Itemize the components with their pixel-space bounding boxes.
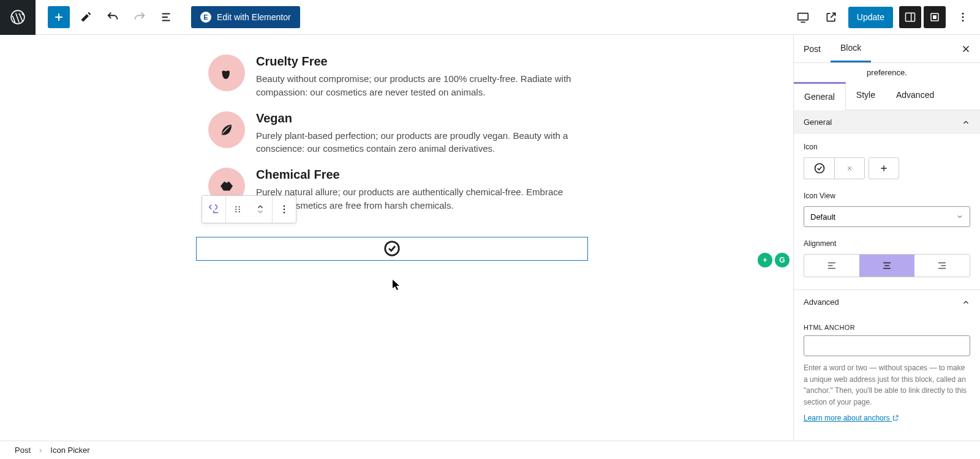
toolbar-left-group [48,6,178,28]
sidebar-toggle-icon[interactable] [899,6,921,28]
update-button[interactable]: Update [848,7,893,28]
top-toolbar: E Edit with Elementor Update [0,0,980,35]
section-advanced-header[interactable]: Advanced [794,289,980,314]
anchor-help-text: Enter a word or two — without spaces — t… [804,362,970,408]
badge-g-icon[interactable]: G [775,253,790,267]
block-floating-toolbar [202,195,296,223]
chevron-up-icon [962,298,970,307]
anchor-learn-more-link[interactable]: Learn more about anchors [804,414,899,422]
move-updown-icon[interactable] [249,196,273,223]
check-circle-icon [383,239,401,258]
svg-point-18 [815,164,824,173]
align-center-icon [881,260,892,271]
drag-handle-icon[interactable] [226,196,249,223]
icon-preview[interactable] [804,157,834,179]
close-icon [846,165,853,172]
document-outline-icon[interactable] [156,6,178,28]
feature-desc: Purely plant-based perfection; our produ… [256,129,575,156]
feature-desc: Beauty without compromise; our products … [256,72,575,99]
svg-point-6 [962,17,964,18]
plus-icon [879,163,889,173]
undo-icon[interactable] [102,6,124,28]
leaf-icon [208,111,245,148]
svg-point-13 [238,209,239,210]
icon-picker [804,157,970,179]
toolbar-right-group: Update [792,6,974,28]
section-advanced-label: Advanced [804,297,839,307]
feature-row[interactable]: Cruelty Free Beauty without compromise; … [196,48,793,105]
options-menu-icon[interactable] [952,6,974,28]
feature-desc: Purely natural allure; our products are … [256,185,575,212]
svg-point-17 [284,212,285,213]
breadcrumb-current[interactable]: Icon Picker [50,446,89,455]
section-general-header[interactable]: General [794,110,980,134]
chevron-up-icon [962,118,970,127]
icon-view-label: Icon View [804,192,970,200]
svg-point-8 [385,242,399,256]
editor-canvas: Cruelty Free Beauty without compromise; … [0,35,793,441]
section-general-label: General [804,118,832,127]
align-left-icon [826,260,837,271]
icon-label: Icon [804,143,970,151]
icon-clear-button[interactable] [834,157,865,179]
feature-row[interactable]: Vegan Purely plant-based perfection; our… [196,105,793,162]
subtab-style[interactable]: Style [846,82,886,110]
chevron-right-icon: › [39,446,42,455]
align-left-button[interactable] [804,255,859,277]
mouse-cursor-icon [392,280,401,291]
block-type-icon[interactable] [202,196,226,223]
subtab-advanced[interactable]: Advanced [886,82,944,110]
panel-icon[interactable] [924,6,946,28]
peace-icon [208,54,245,91]
anchor-input[interactable] [804,335,970,356]
svg-point-10 [235,209,236,210]
align-center-button[interactable] [859,255,914,277]
close-sidebar-icon[interactable] [952,35,980,62]
elementor-icon: E [200,12,211,23]
elementor-label: Edit with Elementor [217,12,291,22]
anchor-label: HTML ANCHOR [804,324,855,331]
add-block-button[interactable] [48,6,70,28]
align-right-button[interactable] [914,255,970,277]
alignment-group [804,254,970,277]
tab-block[interactable]: Block [831,35,871,62]
external-link-icon [892,414,899,422]
feature-title: Cruelty Free [256,54,575,69]
wordpress-logo[interactable] [0,0,36,35]
svg-rect-1 [798,13,809,20]
feature-title: Chemical Free [256,168,575,182]
edit-with-elementor-button[interactable]: E Edit with Elementor [191,6,300,28]
chevron-down-icon [956,213,963,220]
selected-icon-block[interactable] [196,237,588,261]
svg-point-7 [962,20,964,21]
redo-icon[interactable] [129,6,151,28]
svg-rect-4 [933,15,937,19]
feature-title: Vegan [256,111,575,125]
preference-text: preference. [794,63,980,82]
svg-point-9 [235,206,236,207]
breadcrumb-root[interactable]: Post [15,446,31,455]
update-label: Update [857,12,884,22]
svg-point-11 [235,211,236,212]
alignment-label: Alignment [804,239,970,248]
block-options-icon[interactable] [273,196,296,223]
floating-badges: + G [758,253,790,267]
svg-point-15 [284,206,285,207]
badge-plus-icon[interactable]: + [758,253,772,267]
svg-point-16 [284,209,285,210]
svg-rect-2 [906,13,915,21]
svg-point-14 [238,211,239,212]
svg-point-5 [962,13,964,15]
icon-view-value: Default [810,212,835,222]
svg-point-12 [238,206,239,207]
icon-add-button[interactable] [869,157,899,179]
external-link-icon[interactable] [820,6,842,28]
edit-icon[interactable] [75,6,97,28]
block-subtabs: General Style Advanced [794,82,980,110]
tab-post[interactable]: Post [794,35,831,62]
settings-sidebar: Post Block preference. General Style Adv… [793,35,980,441]
device-preview-icon[interactable] [792,6,814,28]
sidebar-tabs: Post Block [794,35,980,63]
icon-view-select[interactable]: Default [804,206,970,227]
subtab-general[interactable]: General [794,82,846,110]
